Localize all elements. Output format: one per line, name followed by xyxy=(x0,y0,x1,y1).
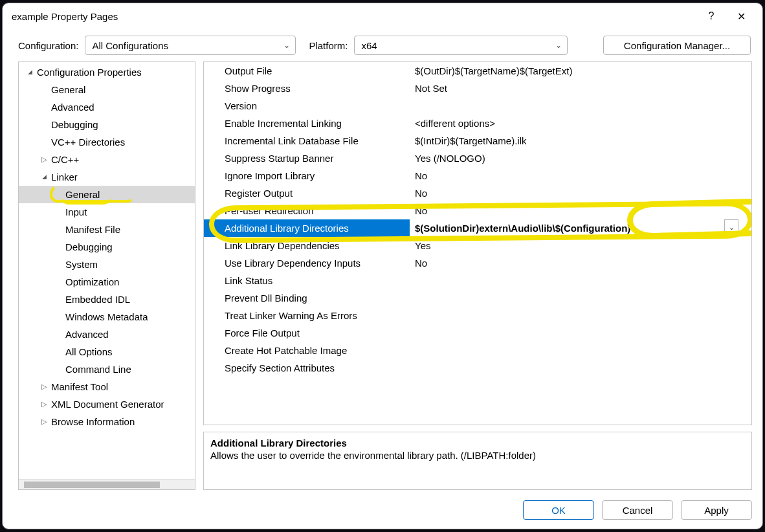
tree-item[interactable]: All Options xyxy=(19,343,195,360)
property-value[interactable]: No xyxy=(410,254,751,272)
chevron-collapsed-icon[interactable]: ▷ xyxy=(39,400,49,408)
tree-item-label: Linker xyxy=(51,172,78,183)
scrollbar-thumb[interactable] xyxy=(24,482,160,488)
tree-item[interactable]: ◢Configuration Properties xyxy=(19,63,195,81)
chevron-down-icon: ⌄ xyxy=(729,223,735,232)
tree-item[interactable]: Windows Metadata xyxy=(19,308,195,326)
close-button[interactable]: ✕ xyxy=(726,6,756,26)
platform-combo[interactable]: x64 ⌄ xyxy=(354,36,568,55)
property-name[interactable]: Treat Linker Warning As Errors xyxy=(204,307,410,324)
description-title: Additional Library Directories xyxy=(210,438,745,449)
property-name[interactable]: Ignore Import Library xyxy=(204,167,410,184)
tree-item[interactable]: Advanced xyxy=(19,98,195,116)
property-value[interactable] xyxy=(410,272,751,289)
property-name[interactable]: Create Hot Patchable Image xyxy=(204,342,410,359)
tree-item[interactable]: Input xyxy=(19,203,195,221)
tree-item[interactable]: Advanced xyxy=(19,326,195,343)
property-name[interactable]: Version xyxy=(204,97,410,115)
tree-item[interactable]: Embedded IDL xyxy=(19,291,195,308)
tree-item[interactable]: ▷Browse Information xyxy=(19,413,195,430)
property-value[interactable]: $(IntDir)$(TargetName).ilk xyxy=(410,132,751,150)
property-name[interactable]: Prevent Dll Binding xyxy=(204,289,410,307)
property-value[interactable]: Yes xyxy=(410,237,751,254)
tree-item-label: Manifest File xyxy=(65,224,120,235)
property-value[interactable]: No xyxy=(410,202,751,219)
tree-item[interactable]: System xyxy=(19,256,195,273)
configuration-combo[interactable]: All Configurations ⌄ xyxy=(85,36,296,55)
property-name[interactable]: Link Library Dependencies xyxy=(204,237,410,254)
tree-item-label: Advanced xyxy=(65,329,109,340)
chevron-down-icon: ⌄ xyxy=(555,41,562,50)
property-value[interactable]: No xyxy=(410,167,751,184)
property-grid-panel: Output File$(OutDir)$(TargetName)$(Targe… xyxy=(203,61,752,425)
ok-button[interactable]: OK xyxy=(523,500,594,520)
property-name[interactable]: Register Output xyxy=(204,184,410,202)
chevron-collapsed-icon[interactable]: ▷ xyxy=(39,155,49,164)
property-name[interactable]: Suppress Startup Banner xyxy=(204,150,410,167)
property-value[interactable] xyxy=(410,307,751,324)
help-button[interactable]: ? xyxy=(696,6,726,26)
tree-item[interactable]: Optimization xyxy=(19,273,195,291)
config-tree[interactable]: ◢Configuration PropertiesGeneralAdvanced… xyxy=(19,62,195,479)
tree-item-label: C/C++ xyxy=(51,154,79,165)
tree-h-scrollbar[interactable] xyxy=(19,479,195,489)
property-value[interactable] xyxy=(410,97,751,115)
property-value[interactable] xyxy=(410,359,751,377)
chevron-collapsed-icon[interactable]: ▷ xyxy=(39,417,49,426)
property-value[interactable] xyxy=(410,342,751,359)
tree-item[interactable]: ▷Manifest Tool xyxy=(19,378,195,395)
tree-item[interactable]: Command Line xyxy=(19,360,195,378)
tree-item-label: Windows Metadata xyxy=(65,311,148,322)
tree-item-label: Advanced xyxy=(51,102,94,113)
property-name[interactable]: Output File xyxy=(204,62,410,80)
property-name[interactable]: Show Progress xyxy=(204,80,410,97)
property-name[interactable]: Incremental Link Database File xyxy=(204,132,410,150)
property-name[interactable]: Specify Section Attributes xyxy=(204,359,410,377)
property-name[interactable]: Enable Incremental Linking xyxy=(204,115,410,132)
property-name[interactable]: Per-user Redirection xyxy=(204,202,410,219)
tree-item[interactable]: General xyxy=(19,81,195,98)
configuration-manager-button[interactable]: Configuration Manager... xyxy=(603,36,751,55)
chevron-expanded-icon[interactable]: ◢ xyxy=(40,173,47,180)
property-name[interactable]: Use Library Dependency Inputs xyxy=(204,254,410,272)
tree-panel: ◢Configuration PropertiesGeneralAdvanced… xyxy=(18,61,195,490)
tree-item-label: Embedded IDL xyxy=(65,294,130,305)
tree-item[interactable]: Debugging xyxy=(19,238,195,256)
property-value[interactable]: Not Set xyxy=(410,80,751,97)
tree-item[interactable]: VC++ Directories xyxy=(19,133,195,151)
property-value[interactable]: <different options> xyxy=(410,115,751,132)
chevron-collapsed-icon[interactable]: ▷ xyxy=(39,382,49,391)
tree-item[interactable]: General xyxy=(19,186,195,203)
property-grid[interactable]: Output File$(OutDir)$(TargetName)$(Targe… xyxy=(204,62,751,377)
tree-item[interactable]: ▷XML Document Generator xyxy=(19,395,195,413)
chevron-down-icon: ⌄ xyxy=(283,41,290,50)
property-name[interactable]: Force File Output xyxy=(204,324,410,342)
tree-item-label: VC++ Directories xyxy=(51,137,125,148)
value-dropdown-button[interactable]: ⌄ xyxy=(724,219,738,236)
tree-item-label: Manifest Tool xyxy=(51,381,108,392)
property-value[interactable]: No xyxy=(410,184,751,202)
cancel-button[interactable]: Cancel xyxy=(602,500,673,520)
tree-item-label: XML Document Generator xyxy=(51,399,164,410)
chevron-expanded-icon[interactable]: ◢ xyxy=(26,69,33,75)
property-value[interactable]: $(OutDir)$(TargetName)$(TargetExt) xyxy=(410,62,751,80)
tree-item[interactable]: Debugging xyxy=(19,116,195,133)
tree-item-label: General xyxy=(65,189,100,200)
tree-item-label: Debugging xyxy=(51,119,98,130)
platform-value: x64 xyxy=(361,40,377,51)
property-value[interactable] xyxy=(410,324,751,342)
property-pages-dialog: example Property Pages ? ✕ Configuration… xyxy=(2,3,763,529)
property-name[interactable]: Link Status xyxy=(204,272,410,289)
tree-item[interactable]: ◢Linker xyxy=(19,168,195,186)
property-value[interactable] xyxy=(410,289,751,307)
apply-button[interactable]: Apply xyxy=(681,500,752,520)
grid-v-scrollbar[interactable] xyxy=(740,62,751,425)
tree-item-label: System xyxy=(65,259,98,270)
window-title: example Property Pages xyxy=(12,11,696,22)
tree-item[interactable]: ▷C/C++ xyxy=(19,151,195,168)
property-value[interactable]: $(SolutionDir)extern\Audio\lib\$(Configu… xyxy=(410,219,751,237)
tree-item-label: Optimization xyxy=(65,276,119,287)
property-name[interactable]: Additional Library Directories xyxy=(204,219,410,237)
tree-item[interactable]: Manifest File xyxy=(19,221,195,238)
property-value[interactable]: Yes (/NOLOGO) xyxy=(410,150,751,167)
